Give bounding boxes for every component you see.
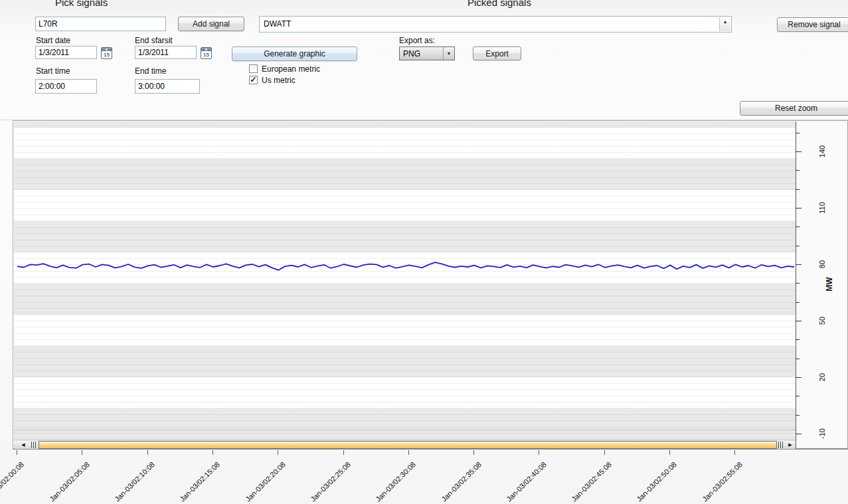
up-arrow-icon: ▲ [723,19,728,24]
x-tick-label: Jan-03/02:20:08 [244,460,287,503]
x-tick-label: Jan-03/02:15:08 [179,460,222,503]
y-tick [796,151,802,152]
export-button[interactable]: Export [473,46,521,60]
signal-search-input[interactable] [35,17,166,31]
x-tick [408,450,409,455]
x-tick [669,450,670,455]
x-tick [604,450,605,455]
signal-series-line [17,262,794,270]
picked-signal-item[interactable]: DWATT [260,17,731,31]
scrollbar-thumb[interactable] [39,441,777,449]
x-tick [539,450,539,455]
remove-signal-button[interactable]: Remove signal [777,17,848,32]
pick-signals-title: Pick signals [55,0,108,8]
generate-graphic-button[interactable]: Generate graphic [232,46,357,61]
x-tick [147,450,148,455]
x-tick-label: Jan-03/02:05:08 [48,460,91,503]
y-tick [796,396,800,396]
y-tick [796,246,800,246]
x-tick-label: Jan-03/02:55:08 [701,460,744,503]
y-tick [796,208,802,209]
x-tick [212,450,213,455]
y-tick [796,264,802,265]
european-metric-checkbox[interactable] [249,64,258,73]
x-tick-label: Jan-03/02:45:08 [570,460,613,503]
y-tick-label: 110 [818,202,826,214]
picked-signals-listbox[interactable]: DWATT ▲ [259,16,732,33]
x-tick [734,450,735,455]
x-tick [278,450,278,455]
start-time-field[interactable] [35,79,97,94]
calendar-icon-header [102,48,112,51]
scrollbar-left-button[interactable]: ◀ [18,441,29,449]
end-date-field[interactable] [135,46,197,59]
export-as-label: Export as: [399,36,435,45]
signal-line-chart [14,122,796,439]
x-tick [343,450,344,455]
x-tick-label: Jan-03/02:35:08 [440,460,483,503]
export-format-dropdown[interactable]: PNG ▼ [399,46,455,60]
chart-horizontal-scrollbar[interactable]: ◀ ▶ [14,440,796,449]
european-metric-label: European metric [262,64,320,74]
start-date-calendar-icon[interactable]: 15 [101,47,112,59]
scrollbar-right-button[interactable]: ▶ [785,441,796,449]
us-metric-label: Us metric [262,76,296,85]
y-tick [796,302,800,303]
gridline [14,430,796,430]
y-tick [796,434,802,434]
start-time-label: Start time [36,66,70,76]
calendar-icon-day: 15 [201,51,211,58]
x-tick-label: Jan-03/02:10:08 [113,460,156,503]
end-time-label: End time [135,66,166,76]
y-tick-label: 140 [818,145,826,157]
end-date-label: End sfarsit [135,36,173,45]
dropdown-arrow-icon: ▼ [443,47,454,60]
y-tick-label: -10 [818,428,826,439]
x-tick [473,450,474,455]
end-time-field[interactable] [135,79,200,94]
right-arrow-icon: ▶ [788,442,792,448]
x-tick-label: Jan-03/02:25:08 [309,460,352,503]
left-arrow-icon: ◀ [21,442,25,448]
x-tick-label: Jan-03/02:30:08 [375,460,418,503]
y-tick [796,377,802,378]
us-metric-checkbox[interactable]: ✓ [249,76,258,84]
x-tick-label: Jan-03/02:40:08 [505,460,548,503]
y-tick [796,189,800,190]
calendar-icon-day: 15 [102,51,112,58]
start-date-field[interactable] [35,46,97,59]
y-tick [796,321,802,321]
x-tick [82,450,82,455]
calendar-icon-header [201,48,211,51]
y-tick-label: 80 [818,260,826,268]
scrollbar-right-grip[interactable] [778,442,784,448]
y-tick [796,339,800,340]
y-tick [796,133,800,133]
picked-signals-title: Picked signals [467,0,531,8]
y-tick [796,283,800,284]
y-tick-label: 20 [818,373,826,381]
end-date-calendar-icon[interactable]: 15 [201,47,212,59]
chart-panel: 140110805020-10 MW ◀ ▶ [13,120,848,450]
export-format-value: PNG [403,49,420,58]
x-tick-label: Jan-03/02:50:08 [636,460,679,503]
listbox-scroll-up-button[interactable]: ▲ [719,17,730,31]
scrollbar-left-grip[interactable] [31,442,37,448]
y-tick [796,359,800,359]
start-date-label: Start date [36,36,70,45]
x-tick-label: Jan-03/02:00:08 [0,460,25,503]
y-tick [796,415,800,416]
plot-area[interactable] [14,122,796,439]
x-tick [17,450,17,455]
reset-zoom-button[interactable]: Reset zoom [740,101,848,116]
y-axis-title: MW [825,277,834,291]
y-tick [796,226,800,227]
y-tick [796,170,800,171]
add-signal-button[interactable]: Add signal [178,17,244,31]
y-tick-label: 50 [818,317,826,325]
